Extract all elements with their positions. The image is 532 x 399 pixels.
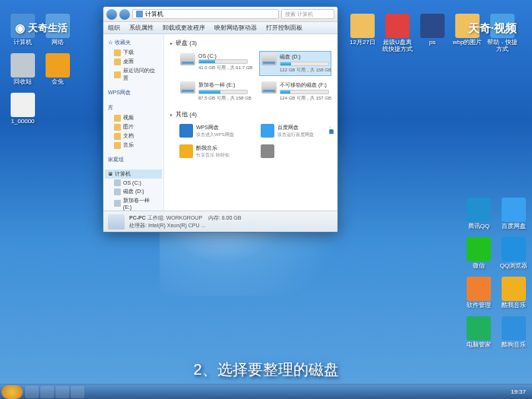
other-item[interactable]: 百度网盘双击运行百度网盘: [259, 122, 331, 140]
icon-label: 网络: [41, 40, 74, 46]
item-name: 百度网盘: [277, 124, 314, 131]
taskbar-app-4[interactable]: [71, 386, 84, 398]
status-wg-label: 工作组:: [147, 215, 165, 220]
drive-name: 不可移动的磁盘 (F:): [280, 81, 329, 89]
desktop-icon[interactable]: 腾讯QQ: [462, 198, 496, 230]
icon-label: 超级U盘离线快捷方式: [381, 40, 414, 53]
content-group-header[interactable]: 硬盘 (3): [170, 37, 331, 49]
other-item[interactable]: WPS网盘双击进入WPS网盘: [178, 122, 250, 140]
sidebar-item[interactable]: 文档: [105, 131, 162, 141]
tutorial-caption: 2、选择要整理的磁盘: [193, 359, 338, 380]
drive-info: 41.0 GB 可用，共 61.7 GB: [198, 65, 248, 71]
app-icon: [467, 277, 491, 301]
desktop-icon[interactable]: 软件管理: [462, 277, 496, 309]
back-button[interactable]: [106, 9, 117, 20]
taskbar-app-2[interactable]: [40, 386, 54, 398]
status-mem-value: 8.00 GB: [222, 215, 242, 220]
sidebar-item[interactable]: 图片: [105, 122, 162, 131]
drive-item[interactable]: 新加卷一样 (E:)87.5 GB 可用，共 158 GB: [178, 79, 250, 104]
sidebar-computer[interactable]: 🖥 计算机: [105, 169, 162, 179]
hard-drive-icon: [261, 53, 277, 65]
hard-drive-icon: [180, 53, 195, 65]
folder-icon: [114, 133, 121, 140]
desktop-icon[interactable]: 酷我音乐: [497, 277, 530, 309]
sidebar-item[interactable]: 下载: [105, 48, 162, 57]
sidebar-drive[interactable]: 新加卷一样 (E:): [105, 196, 162, 211]
sidebar-section-header[interactable]: ☆ 收藏夹: [105, 37, 162, 48]
desktop-icon[interactable]: 回收站: [6, 53, 40, 86]
sidebar-item[interactable]: 视频: [105, 113, 162, 122]
sidebar-item[interactable]: 桌面: [105, 57, 162, 66]
desktop: 计算机网络回收站金兔1_00000 12月27日超级U盘离线快捷方式pswbp的…: [0, 0, 532, 399]
drive-item[interactable]: 不可移动的磁盘 (F:)124 GB 可用，共 157 GB: [259, 79, 331, 104]
app-icon: [261, 144, 274, 158]
desktop-icon[interactable]: QQ浏览器: [497, 237, 530, 270]
other-item[interactable]: 酷我音乐分享音乐 聆听你: [178, 143, 250, 160]
start-button[interactable]: [2, 385, 23, 399]
toolbar-item[interactable]: 映射网络驱动器: [214, 24, 257, 32]
desktop-icon[interactable]: 电脑管家: [462, 316, 496, 349]
explorer-titlebar[interactable]: 计算机 搜索 计算机: [103, 7, 337, 22]
taskbar-clock[interactable]: 19:37: [505, 388, 532, 395]
taskbar[interactable]: 19:37: [0, 384, 532, 399]
app-icon: [179, 144, 193, 158]
toolbar-item[interactable]: 卸载或更改程序: [163, 24, 205, 32]
drive-name: 新加卷一样 (E:): [198, 81, 248, 89]
explorer-window: 计算机 搜索 计算机 组织系统属性卸载或更改程序映射网络驱动器打开控制面板 ☆ …: [103, 6, 338, 233]
icon-label: 百度网盘: [497, 223, 530, 230]
forward-button[interactable]: [119, 9, 130, 20]
search-input[interactable]: 搜索 计算机: [281, 9, 334, 19]
sidebar-section-header[interactable]: WPS网盘: [105, 87, 162, 98]
drive-item[interactable]: OS (C:)41.0 GB 可用，共 61.7 GB: [178, 51, 250, 76]
drive-info: 122 GB 可用，共 158 GB: [280, 67, 329, 74]
desktop-icon[interactable]: 百度网盘: [497, 198, 530, 230]
taskbar-app-1[interactable]: [25, 386, 39, 398]
app-icon: [502, 277, 526, 301]
icon-label: 帮助 - 快捷方式: [486, 40, 519, 53]
desktop-icon[interactable]: ps: [416, 14, 449, 46]
icon-label: 电脑管家: [462, 342, 496, 349]
item-desc: 分享音乐 聆听你: [196, 152, 230, 159]
sidebar-section-header[interactable]: 库: [105, 103, 162, 113]
icon-label: 微信: [462, 263, 496, 270]
app-icon: [261, 124, 274, 138]
drive-info: 87.5 GB 可用，共 158 GB: [198, 95, 248, 102]
item-name: WPS网盘: [196, 124, 234, 131]
icon-label: 酷狗音乐: [497, 342, 530, 349]
app-icon: [11, 53, 35, 78]
desktop-icon[interactable]: 金兔: [41, 53, 74, 86]
sidebar-drive[interactable]: OS (C:): [105, 179, 162, 187]
taskbar-app-3[interactable]: [55, 386, 69, 398]
sidebar-item[interactable]: 音乐: [105, 141, 162, 150]
app-icon: [179, 124, 193, 138]
app-icon: [46, 53, 70, 78]
drive-usage-bar: [280, 62, 329, 66]
desktop-icon[interactable]: 酷狗音乐: [497, 316, 530, 349]
item-desc: 双击进入WPS网盘: [196, 131, 234, 138]
computer-icon: [136, 11, 143, 17]
sidebar-section-header[interactable]: 家庭组: [105, 154, 162, 165]
icon-label: 1_00000: [6, 119, 40, 125]
app-icon: [385, 14, 410, 38]
icon-label: 计算机: [6, 40, 40, 46]
drive-item[interactable]: 磁盘 (D:)122 GB 可用，共 158 GB: [259, 51, 331, 76]
icon-label: ps: [416, 40, 449, 46]
status-wg-value: WORKGROUP: [166, 215, 202, 220]
toolbar-item[interactable]: 组织: [108, 24, 120, 32]
address-bar[interactable]: 计算机: [132, 9, 279, 19]
folder-icon: [114, 71, 121, 78]
drive-icon: [114, 179, 121, 186]
folder-icon: [114, 142, 121, 149]
desktop-icon[interactable]: 12月27日: [346, 14, 379, 46]
toolbar-item[interactable]: 系统属性: [129, 24, 154, 32]
desktop-icon[interactable]: 微信: [462, 237, 496, 270]
content-group-header[interactable]: 其他 (4): [170, 109, 331, 120]
desktop-icon[interactable]: 超级U盘离线快捷方式: [381, 14, 414, 53]
toolbar-item[interactable]: 打开控制面板: [266, 24, 302, 32]
other-item[interactable]: [259, 143, 331, 160]
app-icon: [350, 14, 375, 38]
sidebar-item[interactable]: 最近访问的位置: [105, 66, 162, 83]
sidebar-drive[interactable]: 磁盘 (D:): [105, 187, 162, 196]
folder-icon: [114, 49, 121, 56]
desktop-icon[interactable]: 1_00000: [6, 93, 40, 125]
